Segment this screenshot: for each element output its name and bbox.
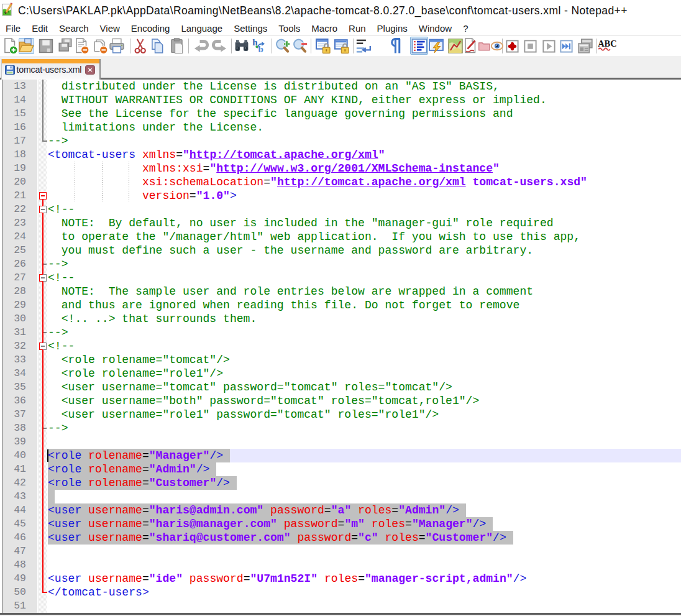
svg-text:h: h [252, 37, 258, 47]
svg-text:b: b [258, 44, 263, 54]
svg-text:ABC: ABC [598, 39, 616, 48]
